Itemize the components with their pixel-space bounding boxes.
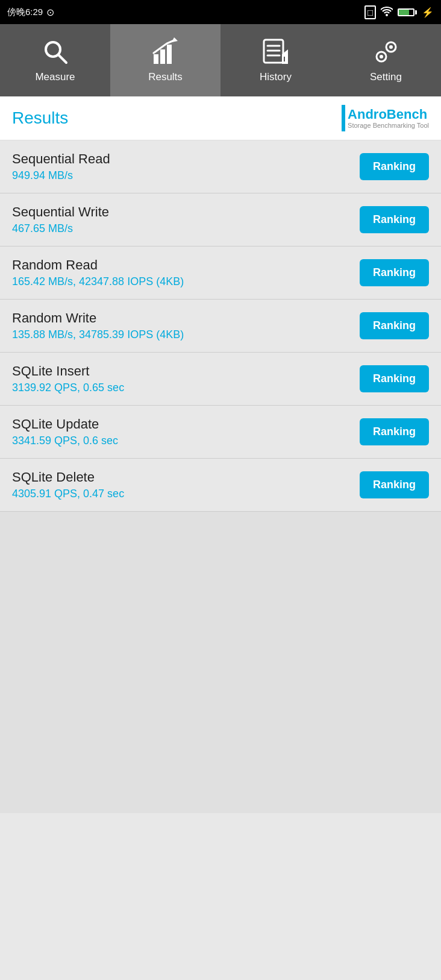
result-value-sqlite-insert: 3139.92 QPS, 0.65 sec [12,382,124,394]
svg-rect-4 [167,45,172,64]
tab-measure-label: Measure [35,71,75,83]
result-value-sequential-read: 949.94 MB/s [12,169,110,182]
result-value-random-write: 135.88 MB/s, 34785.39 IOPS (4KB) [12,328,184,341]
result-value-sqlite-update: 3341.59 QPS, 0.6 sec [12,435,118,447]
ranking-btn-random-write[interactable]: Ranking [360,312,429,339]
brand-logo: AndroBench Storage Benchmarking Tool [342,105,429,131]
results-icon [151,37,180,66]
battery-icon [398,8,417,16]
status-right: □ ⚡ [364,5,434,19]
setting-icon [372,37,401,66]
result-info-sqlite-insert: SQLite Insert 3139.92 QPS, 0.65 sec [12,363,124,394]
tab-setting[interactable]: Setting [331,24,441,96]
result-row-random-write: Random Write 135.88 MB/s, 34785.39 IOPS … [0,300,441,353]
ranking-btn-random-read[interactable]: Ranking [360,259,429,286]
results-header: Results AndroBench Storage Benchmarking … [0,96,441,140]
notification-icon: ⊙ [46,7,54,18]
result-name-random-write: Random Write [12,310,184,326]
tab-setting-label: Setting [370,71,402,83]
result-row-sqlite-update: SQLite Update 3341.59 QPS, 0.6 sec Ranki… [0,406,441,459]
result-name-sqlite-insert: SQLite Insert [12,363,124,379]
result-info-random-write: Random Write 135.88 MB/s, 34785.39 IOPS … [12,310,184,341]
battery-box-icon: □ [364,5,376,19]
svg-point-15 [380,55,383,58]
history-icon [261,37,290,66]
ranking-btn-sqlite-delete[interactable]: Ranking [360,471,429,498]
empty-area [0,512,441,813]
result-info-sequential-write: Sequential Write 467.65 MB/s [12,204,109,235]
brand-text: AndroBench Storage Benchmarking Tool [348,107,429,129]
result-row-sqlite-insert: SQLite Insert 3139.92 QPS, 0.65 sec Rank… [0,353,441,406]
result-info-sequential-read: Sequential Read 949.94 MB/s [12,151,110,182]
time-display: 傍晚6:29 [7,7,43,18]
nav-tabs: Measure Results History Setting [0,24,441,96]
status-bar: 傍晚6:29 ⊙ □ ⚡ [0,0,441,24]
ranking-btn-sqlite-update[interactable]: Ranking [360,418,429,445]
tab-results-label: Results [148,71,183,83]
tab-history-label: History [260,71,292,83]
svg-rect-3 [160,49,165,64]
status-left: 傍晚6:29 ⊙ [7,7,54,18]
result-name-sequential-write: Sequential Write [12,204,109,220]
result-row-sqlite-delete: SQLite Delete 4305.91 QPS, 0.47 sec Rank… [0,459,441,512]
result-info-random-read: Random Read 165.42 MB/s, 42347.88 IOPS (… [12,257,184,288]
brand-bar [342,105,345,131]
result-value-sequential-write: 467.65 MB/s [12,222,109,235]
result-info-sqlite-update: SQLite Update 3341.59 QPS, 0.6 sec [12,416,118,447]
svg-point-13 [389,45,393,49]
ranking-btn-sequential-write[interactable]: Ranking [360,206,429,233]
svg-marker-5 [172,37,178,42]
page-title: Results [12,108,68,128]
svg-line-1 [58,55,66,63]
result-name-sqlite-update: SQLite Update [12,416,118,432]
result-value-sqlite-delete: 4305.91 QPS, 0.47 sec [12,488,124,500]
result-name-random-read: Random Read [12,257,184,273]
result-name-sequential-read: Sequential Read [12,151,110,167]
ranking-btn-sequential-read[interactable]: Ranking [360,153,429,180]
wifi-icon [381,7,393,18]
ranking-btn-sqlite-insert[interactable]: Ranking [360,365,429,392]
charging-icon: ⚡ [422,7,434,18]
result-row-sequential-write: Sequential Write 467.65 MB/s Ranking [0,193,441,247]
result-list: Sequential Read 949.94 MB/s Ranking Sequ… [0,140,441,512]
svg-rect-2 [154,54,158,64]
tab-results[interactable]: Results [110,24,220,96]
brand-name: AndroBench [348,107,429,122]
brand-subtitle: Storage Benchmarking Tool [348,122,429,129]
tab-measure[interactable]: Measure [0,24,110,96]
tab-history[interactable]: History [220,24,331,96]
result-info-sqlite-delete: SQLite Delete 4305.91 QPS, 0.47 sec [12,470,124,500]
result-value-random-read: 165.42 MB/s, 42347.88 IOPS (4KB) [12,275,184,288]
result-row-random-read: Random Read 165.42 MB/s, 42347.88 IOPS (… [0,247,441,300]
result-row-sequential-read: Sequential Read 949.94 MB/s Ranking [0,140,441,193]
result-name-sqlite-delete: SQLite Delete [12,470,124,485]
measure-icon [41,37,70,66]
